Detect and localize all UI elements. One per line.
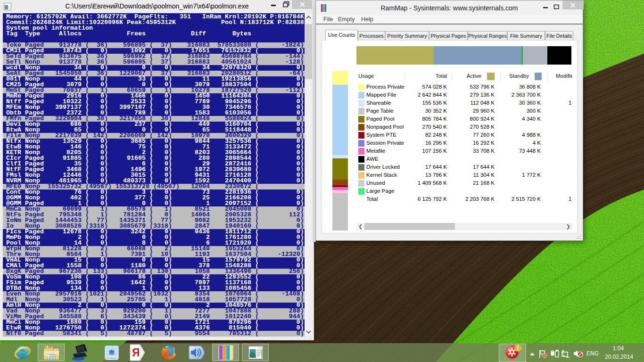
- svg-text:Я: Я: [132, 346, 140, 359]
- svg-text:Intel AppUp®: Intel AppUp®: [106, 357, 118, 359]
